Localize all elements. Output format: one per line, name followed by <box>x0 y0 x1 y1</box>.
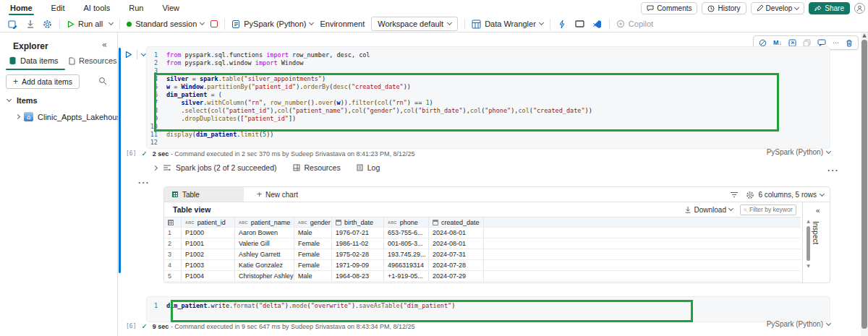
plus-icon: + <box>257 189 262 199</box>
column-header[interactable] <box>164 217 182 227</box>
run-all-button[interactable]: Run all <box>67 20 103 28</box>
output-more-icon[interactable]: ⋯ <box>827 163 839 177</box>
add-data-items-button[interactable]: + Add data items <box>6 74 80 89</box>
table-row[interactable]: 5P1004Christopher AshleyMale1964-08-23+1… <box>164 271 801 282</box>
copilot-icon[interactable] <box>759 39 767 47</box>
code-line: 10 <box>149 123 592 131</box>
code-line: 1dim_patient.write.format("delta").mode(… <box>149 302 455 310</box>
column-header-patient_id[interactable]: ABCpatient_id <box>182 217 235 227</box>
cell-run-controls <box>124 50 145 59</box>
comment-icon[interactable] <box>817 39 826 46</box>
table-cell: Aaron Bowen <box>235 228 294 238</box>
data-wrangler-icon <box>472 20 481 29</box>
spark-jobs-toggle[interactable]: Spark jobs (2 of 2 succeeded) <box>163 163 277 172</box>
share-button[interactable]: Share <box>809 2 850 14</box>
download-button[interactable]: Download <box>684 206 733 214</box>
comments-button[interactable]: Comments <box>641 2 697 14</box>
lightning-icon[interactable] <box>557 19 568 30</box>
copy-cell-icon[interactable] <box>803 39 811 47</box>
menu-tab-view[interactable]: View <box>161 1 181 14</box>
code-line: 9 .dropDuplicates(["patient_id"]) <box>149 115 592 123</box>
download-icon[interactable] <box>25 19 35 30</box>
columns-rows-selector[interactable]: 6 columns, 5 rows <box>746 191 824 199</box>
scroll-thumb[interactable] <box>861 40 867 329</box>
tab-data-items[interactable]: Data items <box>9 56 59 65</box>
log-toggle[interactable]: Log <box>357 163 380 172</box>
menu-tab-home[interactable]: Home <box>9 1 34 14</box>
column-header-phone[interactable]: ABCphone <box>384 217 429 227</box>
table-cell-filler <box>484 228 801 238</box>
table-row[interactable]: 1P1000Aaron BowenMale1976-07-21653-755-6… <box>164 228 801 238</box>
data-wrangler-button[interactable]: Data Wrangler <box>472 20 543 29</box>
gear-icon <box>746 191 754 199</box>
table-row[interactable]: 2P1001Valerie GillFemale1986-11-02001-80… <box>164 238 801 249</box>
chevron-down-icon <box>7 97 12 102</box>
menu-tab-ai-tools[interactable]: AI tools <box>82 1 112 14</box>
run-all-dropdown-icon[interactable] <box>109 20 114 25</box>
vscode-icon[interactable] <box>592 19 603 30</box>
stop-session-button[interactable] <box>210 20 218 27</box>
move-cell-icon[interactable] <box>788 39 796 47</box>
menu-tab-edit[interactable]: Edit <box>50 1 67 14</box>
window-scrollbar[interactable]: ▲ <box>861 33 868 336</box>
history-button[interactable]: History <box>702 2 746 14</box>
filter-columns-icon[interactable] <box>730 191 739 198</box>
table-row[interactable]: 4P1003Katie GonzalezFemale1971-09-094966… <box>164 260 801 271</box>
copilot-button[interactable]: Copilot <box>616 20 653 28</box>
language-selector[interactable]: PySpark (Python) <box>231 20 313 29</box>
items-tree-header[interactable]: Items <box>7 96 38 105</box>
collapse-cell-icon[interactable] <box>141 51 146 56</box>
develop-button[interactable]: Develop <box>751 2 805 14</box>
menu-tab-run[interactable]: Run <box>127 1 145 14</box>
expand-inspect-icon[interactable]: « <box>815 206 820 215</box>
code-line: 5w = Window.partitionBy("patient_id").or… <box>149 83 592 91</box>
separator <box>550 19 550 30</box>
run-cell-icon[interactable] <box>124 51 132 59</box>
notebook-canvas: M↓ ⋯ 1from pyspark.sql.functions import … <box>118 33 868 336</box>
table-cell: Female <box>294 238 332 249</box>
search-icon[interactable] <box>98 77 107 85</box>
table-cell: Male <box>294 228 332 238</box>
code-editor[interactable]: 1dim_patient.write.format("delta").mode(… <box>149 302 455 310</box>
share-icon <box>814 5 822 12</box>
save-icon[interactable] <box>7 19 18 30</box>
settings-gear-icon[interactable] <box>42 19 53 30</box>
grid-icon <box>168 220 174 225</box>
table-row[interactable]: 3P1002Ashley GarrettFemale1975-02-28193.… <box>164 249 801 260</box>
column-header <box>484 217 801 227</box>
resources-toggle[interactable]: Resources <box>293 163 341 172</box>
scroll-up-icon[interactable]: ▲ <box>861 33 868 38</box>
cell-kernel-selector[interactable]: PySpark (Python) <box>767 148 830 156</box>
text-type-icon: ABC <box>298 220 307 225</box>
column-header-created_date[interactable]: created_date <box>429 217 484 227</box>
row-number: 4 <box>164 260 182 270</box>
environment-button[interactable]: Environment <box>320 20 365 28</box>
table-cell: Female <box>294 260 332 270</box>
session-status[interactable]: Standard session <box>127 20 204 28</box>
line-number: 3 <box>149 67 166 75</box>
more-actions-icon[interactable]: ⋯ <box>833 39 839 46</box>
cell-kernel-selector[interactable]: PySpark (Python) <box>767 320 830 328</box>
search-icon <box>744 207 747 213</box>
collapse-sidebar-icon[interactable]: « <box>102 40 107 50</box>
table-cell: Christopher Ashley <box>235 271 294 281</box>
expand-jobs-icon[interactable] <box>153 165 158 170</box>
frame-icon[interactable] <box>574 19 585 30</box>
code-editor[interactable]: 1from pyspark.sql.functions import row_n… <box>149 51 592 147</box>
tab-table[interactable]: Table <box>164 187 244 202</box>
column-header-birth_date[interactable]: birth_date <box>332 217 384 227</box>
new-chart-button[interactable]: + New chart <box>244 187 298 202</box>
column-header-patient_name[interactable]: ABCpatient_name <box>235 217 294 227</box>
line-number: 11 <box>149 131 166 139</box>
cell-margin-more-icon[interactable]: ⋯ <box>137 176 150 189</box>
column-header-gender[interactable]: ABCgender <box>294 217 332 227</box>
success-check-icon: ✓ <box>141 322 147 330</box>
user-avatar[interactable] <box>854 3 865 14</box>
convert-to-markdown-icon[interactable]: M↓ <box>773 39 782 46</box>
resources-icon <box>293 164 300 171</box>
tab-resources[interactable]: Resources <box>69 56 117 65</box>
workspace-selector[interactable]: Workspace default <box>371 17 458 31</box>
filter-keyword-input[interactable] <box>749 206 793 213</box>
delete-cell-icon[interactable] <box>846 39 853 47</box>
table-cell: 1975-02-28 <box>332 249 384 259</box>
